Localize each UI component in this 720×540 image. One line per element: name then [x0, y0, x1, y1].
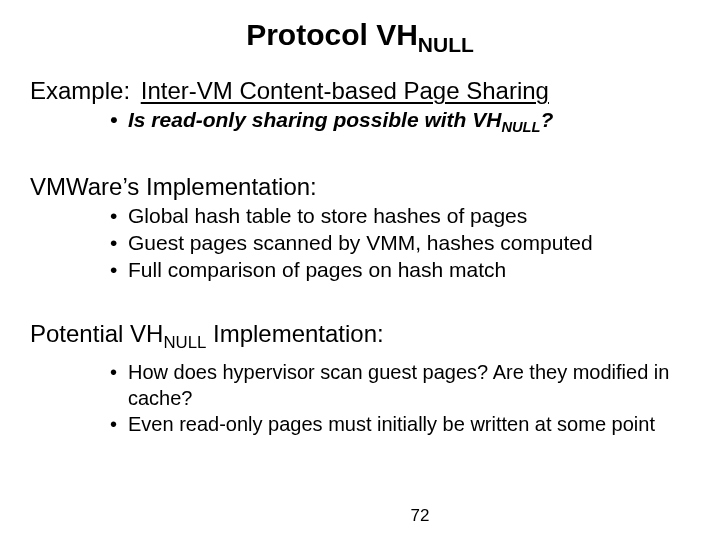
example-bullet-1-sub: NULL — [501, 119, 540, 135]
vmware-heading: VMWare’s Implementation: — [30, 173, 690, 201]
example-bullet-1-suffix: ? — [541, 108, 554, 131]
page-number: 72 — [0, 506, 720, 526]
potential-bullet-list: How does hypervisor scan guest pages? Ar… — [30, 360, 690, 437]
title-subscript: NULL — [418, 33, 474, 56]
potential-heading: Potential VHNULL Implementation: — [30, 320, 690, 353]
example-bullet-1: Is read-only sharing possible with VHNUL… — [110, 107, 690, 137]
potential-bullet-2: Even read-only pages must initially be w… — [110, 412, 690, 438]
vmware-bullet-3: Full comparison of pages on hash match — [110, 257, 690, 284]
example-underlined: Inter-VM Content-based Page Sharing — [141, 77, 549, 104]
potential-heading-prefix: Potential VH — [30, 320, 163, 347]
potential-bullet-1: How does hypervisor scan guest pages? Ar… — [110, 360, 690, 411]
example-label: Example: — [30, 77, 130, 104]
example-bullet-1-prefix: Is read-only sharing possible with VH — [128, 108, 501, 131]
example-heading: Example: Inter-VM Content-based Page Sha… — [30, 77, 690, 105]
title-prefix: Protocol VH — [246, 18, 418, 51]
vmware-bullet-1: Global hash table to store hashes of pag… — [110, 203, 690, 230]
slide: Protocol VHNULL Example: Inter-VM Conten… — [0, 0, 720, 540]
example-bullet-list: Is read-only sharing possible with VHNUL… — [30, 107, 690, 137]
potential-heading-suffix: Implementation: — [206, 320, 383, 347]
vmware-bullet-2: Guest pages scanned by VMM, hashes compu… — [110, 230, 690, 257]
potential-heading-sub: NULL — [163, 332, 206, 351]
slide-title: Protocol VHNULL — [30, 18, 690, 57]
vmware-bullet-list: Global hash table to store hashes of pag… — [30, 203, 690, 284]
